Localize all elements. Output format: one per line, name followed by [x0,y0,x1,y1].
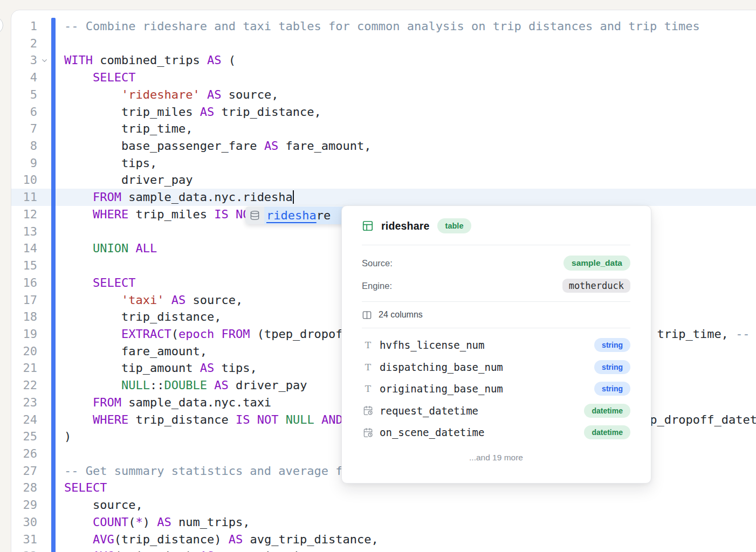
code-token [229,208,236,221]
edge-circle-button[interactable] [0,17,3,34]
code-line[interactable]: 6 trip_miles AS trip_distance, [11,104,756,121]
line-number[interactable]: 27 [11,463,37,480]
line-number[interactable]: 2 [11,35,37,52]
line-number[interactable]: 17 [11,292,37,309]
code-token: trip_distance, [64,310,221,323]
code-line[interactable]: 7 trip_time, [11,120,756,137]
line-number[interactable]: 4 [11,69,37,86]
line-number[interactable]: 5 [11,86,37,104]
code-line[interactable]: 2 [11,35,756,52]
code-token [64,276,93,289]
line-number[interactable]: 24 [11,411,37,429]
line-number[interactable]: 19 [11,326,37,343]
code-token: avg_trip_distance, [243,533,379,546]
column-row: Toriginating_base_numstring [362,378,630,400]
column-row: Tdispatching_base_numstring [362,356,630,378]
code-token: combined_trips [93,53,207,67]
line-number[interactable]: 15 [11,257,37,274]
code-token [64,549,93,552]
code-line[interactable]: 9 tips, [11,155,756,172]
code-token: AS [171,293,186,307]
code-token: FROM [221,327,250,341]
line-number[interactable]: 22 [11,377,37,394]
line-number[interactable]: 1 [11,18,37,35]
line-number[interactable]: 10 [11,171,37,189]
line-number[interactable]: 31 [11,531,37,548]
line-number[interactable]: 18 [11,308,37,326]
text-type-icon: T [363,383,373,394]
code-token [164,293,171,307]
line-number[interactable]: 30 [11,514,37,531]
code-line[interactable]: 5 'rideshare' AS source, [11,86,756,104]
code-token: UNION [93,242,128,255]
gutter-spacer [37,104,51,121]
line-number[interactable]: 12 [11,206,37,223]
code-token: COUNT [93,515,128,529]
code-text: source, [56,496,143,514]
code-line[interactable]: 10 driver_pay [11,171,756,189]
code-line[interactable]: 3WITH combined_trips AS ( [11,52,756,69]
gutter-spacer [37,86,51,104]
line-number[interactable]: 23 [11,394,37,411]
line-number[interactable]: 29 [11,496,37,514]
line-number[interactable]: 11 [11,189,37,206]
code-line[interactable]: 8 base_passenger_fare AS fare_amount, [11,137,756,155]
line-number[interactable]: 21 [11,360,37,377]
column-row: request_datetimedatetime [362,400,630,422]
code-token: ) [143,515,157,529]
code-text: trip_time, [56,120,193,137]
code-token: :: [150,378,164,392]
code-token: NULL [286,413,314,426]
code-token: trip_distance [128,413,236,426]
code-token: AS [200,549,215,552]
line-number[interactable]: 7 [11,120,37,137]
autocomplete-option-rideshare[interactable]: rideshare [245,206,347,224]
code-text [56,223,64,240]
code-token [278,413,285,426]
line-number[interactable]: 28 [11,479,37,496]
code-text: AVG(trip_distance) AS avg_trip_distance, [56,531,379,548]
code-line[interactable]: 4 SELECT [11,69,756,86]
code-token: avg_trip_time, [214,549,321,552]
line-number[interactable]: 26 [11,445,37,463]
line-number[interactable]: 13 [11,223,37,240]
code-line[interactable]: 29 source, [11,496,756,514]
code-token: AS [200,361,215,375]
code-token: source, [185,293,243,307]
line-number[interactable]: 8 [11,137,37,155]
line-number[interactable]: 3 [11,52,37,69]
code-token: -- seconds [736,327,756,341]
line-number[interactable]: 32 [11,548,37,552]
code-token: ) [64,430,71,443]
code-token: driver_pay [229,378,307,392]
code-token: 'rideshare' [121,88,200,101]
code-line[interactable]: 32 AVG(trip_time) AS avg_trip_time, [11,548,756,552]
fold-chevron-icon[interactable] [37,52,51,69]
line-number[interactable]: 20 [11,343,37,360]
code-token: AS [229,533,243,546]
code-text: WITH combined_trips AS ( [56,52,236,69]
source-row: Source: sample_data [362,252,630,274]
gutter-spacer [37,445,51,463]
line-number[interactable]: 6 [11,104,37,121]
gutter-spacer [37,274,51,292]
gutter-spacer [37,343,51,360]
code-line[interactable]: 31 AVG(trip_distance) AS avg_trip_distan… [11,531,756,548]
line-number[interactable]: 14 [11,240,37,257]
code-token: source, [64,498,143,512]
code-token: base_passenger_fare [64,139,264,153]
line-number[interactable]: 9 [11,155,37,172]
line-number[interactable]: 16 [11,274,37,292]
code-token: AVG [93,533,114,546]
code-line[interactable]: 1-- Combine rideshare and taxi tables fo… [11,18,756,35]
code-line[interactable]: 30 COUNT(*) AS num_trips, [11,514,756,531]
code-token: ( [221,53,236,67]
table-icon [362,220,374,232]
code-token: 'taxi' [121,293,164,307]
code-text: tips, [56,155,157,172]
code-token: FROM [93,396,121,409]
code-token: AND [321,413,343,426]
code-text [56,35,64,52]
code-line[interactable]: 11 FROM sample_data.nyc.ridesha [11,189,756,206]
line-number[interactable]: 25 [11,428,37,445]
